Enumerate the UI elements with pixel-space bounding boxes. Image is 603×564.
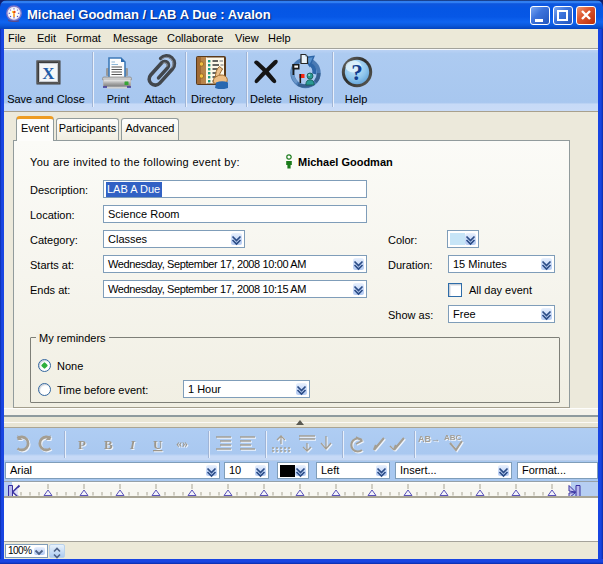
svg-text:?: ? [351, 60, 363, 85]
svg-text:ABC: ABC [444, 433, 462, 442]
svg-text:U: U [153, 437, 163, 452]
svg-text:AB→: AB→ [418, 434, 440, 444]
svg-text:B: B [104, 437, 113, 452]
svg-text:X: X [42, 64, 55, 83]
svg-text:«»: «» [176, 436, 188, 450]
svg-text:I: I [129, 437, 136, 452]
svg-text:P: P [78, 437, 86, 452]
